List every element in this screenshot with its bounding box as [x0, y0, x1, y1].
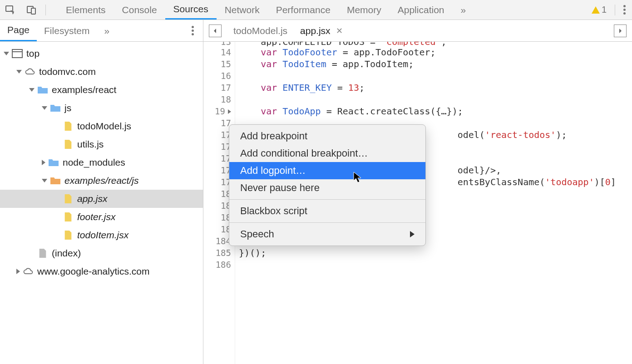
context-menu-separator: [229, 199, 425, 200]
file-tree: toptodomvc.comexamples/reactjstodoModel.…: [0, 42, 203, 364]
tabs-overflow[interactable]: »: [452, 0, 474, 20]
context-menu-label: Speech: [240, 228, 274, 240]
tree-item[interactable]: node_modules: [0, 153, 203, 172]
debugger-toggle-icon[interactable]: [614, 25, 627, 37]
disclosure-triangle-icon: [54, 233, 60, 237]
tree-item[interactable]: utils.js: [0, 135, 203, 153]
folder-blue-icon: [37, 85, 48, 95]
file-tab-todomodel[interactable]: todoModel.js: [227, 20, 294, 41]
line-number[interactable]: 13: [203, 42, 231, 46]
file-yellow-icon: [63, 230, 74, 240]
disclosure-triangle-icon[interactable]: [42, 160, 45, 165]
tab-sources[interactable]: Sources: [165, 0, 217, 20]
context-menu-item[interactable]: Speech: [229, 226, 425, 243]
disclosure-triangle-icon: [29, 251, 35, 255]
panel-tabs-overflow[interactable]: »: [97, 20, 117, 41]
disclosure-triangle-icon[interactable]: [16, 70, 22, 74]
line-number[interactable]: 18: [203, 93, 231, 105]
line-number[interactable]: 17: [203, 117, 231, 129]
line-number[interactable]: 18: [203, 188, 231, 200]
disclosure-triangle-icon[interactable]: [4, 52, 9, 55]
line-number[interactable]: 17: [203, 176, 231, 188]
tab-performance[interactable]: Performance: [268, 0, 339, 20]
line-number[interactable]: 14: [203, 46, 231, 58]
line-number[interactable]: 186: [203, 259, 231, 271]
code-line[interactable]: var TodoApp = React.createClass({…});: [239, 105, 632, 117]
context-menu-separator: [229, 222, 425, 223]
svg-rect-2: [31, 8, 35, 14]
navigator-kebab-icon[interactable]: [187, 26, 198, 35]
editor-tabbar: todoModel.js app.jsx ✕: [203, 20, 632, 42]
code-line[interactable]: var ENTER_KEY = 13;: [239, 82, 632, 93]
context-menu-item[interactable]: Never pause here: [229, 179, 425, 197]
tree-item-label: (index): [52, 248, 81, 259]
code-line[interactable]: [239, 70, 632, 82]
file-tab-app[interactable]: app.jsx ✕: [294, 20, 349, 41]
tree-item-label: utils.js: [77, 139, 104, 150]
code-line[interactable]: var TodoFooter = app.TodoFooter;: [239, 46, 632, 58]
line-number[interactable]: 16: [203, 70, 231, 82]
tab-memory[interactable]: Memory: [339, 0, 390, 20]
tree-item[interactable]: todoItem.jsx: [0, 226, 203, 244]
tree-item-label: todomvc.com: [39, 66, 96, 77]
line-number[interactable]: 17: [203, 152, 231, 164]
warnings-badge[interactable]: 1: [592, 5, 607, 15]
tree-item-label: examples/react: [52, 84, 116, 95]
line-number[interactable]: 19: [203, 105, 231, 117]
file-yellow-icon: [63, 194, 74, 204]
tree-item[interactable]: todoModel.js: [0, 117, 203, 135]
navigator-toggle-icon[interactable]: [209, 25, 222, 37]
tab-console[interactable]: Console: [114, 0, 165, 20]
panel-tab-page[interactable]: Page: [0, 20, 37, 41]
device-toggle-icon[interactable]: [24, 2, 39, 18]
tree-item[interactable]: footer.jsx: [0, 208, 203, 226]
disclosure-triangle-icon[interactable]: [42, 106, 47, 110]
tree-item[interactable]: www.google-analytics.com: [0, 262, 203, 280]
code-line[interactable]: [239, 93, 632, 105]
line-number[interactable]: 185: [203, 247, 231, 259]
tree-item[interactable]: examples/react/js: [0, 172, 203, 190]
line-number[interactable]: 18: [203, 200, 231, 212]
tree-item[interactable]: app.jsx: [0, 190, 203, 208]
line-number[interactable]: 17: [203, 164, 231, 176]
disclosure-triangle-icon[interactable]: [29, 88, 35, 92]
disclosure-triangle-icon[interactable]: [16, 269, 20, 274]
code-line[interactable]: [239, 259, 632, 271]
settings-kebab-icon[interactable]: [619, 5, 630, 15]
tab-elements[interactable]: Elements: [58, 0, 114, 20]
line-number[interactable]: 184: [203, 235, 231, 247]
context-menu-item[interactable]: Blackbox script: [229, 202, 425, 220]
tree-item[interactable]: (index): [0, 244, 203, 262]
disclosure-triangle-icon[interactable]: [42, 179, 47, 182]
navigator-tabs: Page Filesystem »: [0, 20, 203, 42]
mouse-cursor: [353, 172, 362, 186]
line-number[interactable]: 18: [203, 212, 231, 223]
close-icon[interactable]: ✕: [336, 26, 343, 36]
svg-rect-3: [12, 49, 22, 58]
devtools-tabs: Elements Console Sources Network Perform…: [58, 0, 592, 20]
context-menu-item[interactable]: Add conditional breakpoint…: [229, 145, 425, 162]
tree-item[interactable]: todomvc.com: [0, 63, 203, 81]
tree-item[interactable]: examples/react: [0, 81, 203, 99]
tree-item[interactable]: top: [0, 44, 203, 63]
tree-item-label: todoItem.jsx: [77, 230, 128, 241]
context-menu-label: Blackbox script: [240, 205, 307, 217]
code-line[interactable]: })();: [239, 247, 632, 259]
code-line[interactable]: app.COMPLETED_TODOS = 'completed';: [239, 42, 632, 46]
context-menu-item[interactable]: Add logpoint…: [229, 162, 425, 179]
tab-network[interactable]: Network: [217, 0, 268, 20]
file-yellow-icon: [63, 212, 74, 222]
panel-tab-filesystem[interactable]: Filesystem: [37, 20, 97, 41]
code-line[interactable]: var TodoItem = app.TodoItem;: [239, 58, 632, 70]
context-menu: Add breakpointAdd conditional breakpoint…: [229, 124, 426, 246]
line-number[interactable]: 15: [203, 58, 231, 70]
context-menu-label: Never pause here: [240, 182, 320, 194]
tab-application[interactable]: Application: [390, 0, 453, 20]
line-number[interactable]: 17: [203, 82, 231, 93]
line-number[interactable]: 17: [203, 141, 231, 152]
line-number[interactable]: 17: [203, 129, 231, 141]
context-menu-item[interactable]: Add breakpoint: [229, 128, 425, 145]
line-number[interactable]: 18: [203, 223, 231, 235]
inspect-element-icon[interactable]: [3, 2, 18, 18]
tree-item[interactable]: js: [0, 99, 203, 117]
